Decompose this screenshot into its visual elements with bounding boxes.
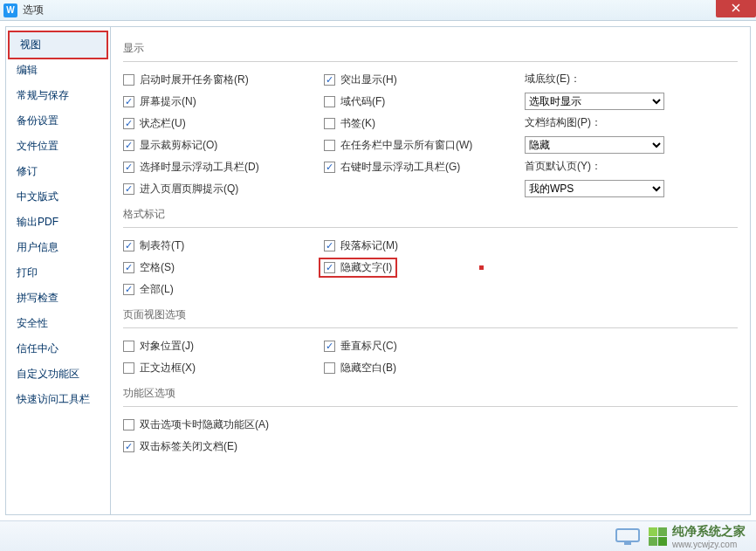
section-format-marks: 制表符(T) 段落标记(M) 空格(S) 隐藏文字(I) 全部(L) xyxy=(123,227,738,299)
checkbox-hidden-text[interactable] xyxy=(324,262,335,273)
checkbox-label: 屏幕提示(N) xyxy=(140,94,196,109)
checkbox-label: 双击选项卡时隐藏功能区(A) xyxy=(140,417,269,432)
close-icon xyxy=(732,3,740,12)
sidebar-item-quick-access[interactable]: 快速访问工具栏 xyxy=(6,387,110,412)
checkbox-label: 段落标记(M) xyxy=(340,238,398,253)
section-title-format-marks: 格式标记 xyxy=(123,207,738,224)
sidebar-item-label: 常规与保存 xyxy=(17,89,69,101)
checkbox-label: 制表符(T) xyxy=(140,238,184,253)
checkbox-label: 双击标签关闭文档(E) xyxy=(140,439,237,454)
checkbox-label: 右键时显示浮动工具栏(G) xyxy=(340,160,460,175)
checkbox-startup-taskpane[interactable] xyxy=(123,74,134,86)
field-label-homepage: 首页默认页(Y)： xyxy=(525,159,601,174)
checkbox-label: 突出显示(H) xyxy=(340,72,397,87)
sidebar-item-file-location[interactable]: 文件位置 xyxy=(6,134,110,159)
sidebar-item-label: 自定义功能区 xyxy=(17,368,79,380)
checkbox-screentip[interactable] xyxy=(123,96,134,107)
sidebar-item-output-pdf[interactable]: 输出PDF xyxy=(6,210,110,235)
checkbox-label: 垂直标尺(C) xyxy=(340,339,397,354)
checkbox-label: 书签(K) xyxy=(340,116,375,131)
checkbox-rightclick-minibar[interactable] xyxy=(324,162,335,173)
section-title-page-view: 页面视图选项 xyxy=(123,307,738,324)
checkbox-label: 启动时展开任务窗格(R) xyxy=(140,72,249,87)
sidebar-item-label: 编辑 xyxy=(17,64,38,76)
section-display: 启动时展开任务窗格(R) 突出显示(H) 域底纹(E)： 屏幕提示(N) 域代码… xyxy=(123,61,738,198)
select-field-shading[interactable]: 选取时显示 xyxy=(525,93,664,110)
checkbox-label: 选择时显示浮动工具栏(D) xyxy=(140,160,259,175)
checkbox-label: 隐藏文字(I) xyxy=(340,260,392,275)
checkbox-field-codes[interactable] xyxy=(324,96,335,107)
window-title: 选项 xyxy=(23,3,44,17)
titlebar: W 选项 xyxy=(0,0,756,21)
checkbox-dblclick-hide-ribbon[interactable] xyxy=(123,419,134,430)
section-page-view: 对象位置(J) 垂直标尺(C) 正文边框(X) 隐藏空白(B) xyxy=(123,327,738,377)
sidebar-item-label: 拼写检查 xyxy=(17,292,58,304)
checkbox-dblclick-close-doc[interactable] xyxy=(123,441,134,452)
sidebar-item-label: 打印 xyxy=(17,266,38,279)
close-button[interactable] xyxy=(716,0,756,17)
svg-rect-1 xyxy=(624,542,631,545)
sidebar-item-backup[interactable]: 备份设置 xyxy=(6,108,110,134)
sidebar-item-chinese-layout[interactable]: 中文版式 xyxy=(6,184,110,210)
checkbox-label: 显示裁剪标记(O) xyxy=(140,138,217,153)
checkbox-label: 域代码(F) xyxy=(340,94,385,109)
sidebar-item-label: 文件位置 xyxy=(17,140,58,152)
checkbox-tab[interactable] xyxy=(123,240,134,251)
footer-monitor-icon xyxy=(614,527,642,547)
sidebar-item-trust-center[interactable]: 信任中心 xyxy=(6,336,110,362)
sidebar-item-view[interactable]: 视图 xyxy=(8,31,108,59)
brand-name: 纯净系统之家 xyxy=(672,524,746,540)
highlight-hidden-text: 隐藏文字(I) xyxy=(319,258,397,278)
checkbox-taskbar-windows[interactable] xyxy=(324,140,335,151)
sidebar-item-label: 中文版式 xyxy=(17,190,58,203)
brand-logo-icon xyxy=(649,527,667,546)
sidebar-item-user-info[interactable]: 用户信息 xyxy=(6,235,110,260)
sidebar-item-label: 备份设置 xyxy=(17,114,58,127)
sidebar: 视图 编辑 常规与保存 备份设置 文件位置 修订 中文版式 输出PDF 用户信息… xyxy=(6,27,111,514)
checkbox-bookmarks[interactable] xyxy=(324,118,335,129)
sidebar-item-print[interactable]: 打印 xyxy=(6,260,110,286)
sidebar-item-label: 输出PDF xyxy=(17,216,58,228)
select-homepage[interactable]: 我的WPS xyxy=(525,180,664,197)
sidebar-item-label: 视图 xyxy=(20,38,41,51)
sidebar-item-label: 安全性 xyxy=(17,317,48,329)
sidebar-item-security[interactable]: 安全性 xyxy=(6,311,110,336)
annotation-dot xyxy=(479,265,484,270)
checkbox-text-border[interactable] xyxy=(123,362,134,374)
sidebar-item-label: 用户信息 xyxy=(17,241,58,253)
svg-rect-0 xyxy=(616,529,639,541)
sidebar-item-label: 信任中心 xyxy=(17,342,58,355)
sidebar-item-spellcheck[interactable]: 拼写检查 xyxy=(6,286,110,311)
sidebar-item-label: 修订 xyxy=(17,165,38,177)
checkbox-statusbar[interactable] xyxy=(123,118,134,129)
checkbox-object-pos[interactable] xyxy=(123,341,134,352)
app-icon: W xyxy=(3,3,17,17)
checkbox-label: 空格(S) xyxy=(140,260,175,275)
checkbox-paragraph[interactable] xyxy=(324,240,335,251)
section-title-ribbon: 功能区选项 xyxy=(123,386,738,403)
footer: 纯净系统之家 www.ycwjzy.com xyxy=(0,520,756,551)
checkbox-label: 正文边框(X) xyxy=(140,361,196,375)
select-docmap[interactable]: 隐藏 xyxy=(525,136,664,154)
sidebar-item-revision[interactable]: 修订 xyxy=(6,159,110,184)
sidebar-item-edit[interactable]: 编辑 xyxy=(6,58,110,83)
field-label-docmap: 文档结构图(P)： xyxy=(525,115,601,130)
checkbox-space[interactable] xyxy=(123,262,134,273)
checkbox-header-footer-tip[interactable] xyxy=(123,183,134,195)
dialog-body: 视图 编辑 常规与保存 备份设置 文件位置 修订 中文版式 输出PDF 用户信息… xyxy=(5,26,751,515)
sidebar-item-general-save[interactable]: 常规与保存 xyxy=(6,83,110,108)
checkbox-label: 状态栏(U) xyxy=(140,116,186,131)
checkbox-all[interactable] xyxy=(123,284,134,295)
checkbox-vertical-ruler[interactable] xyxy=(324,341,335,352)
section-ribbon: 双击选项卡时隐藏功能区(A) 双击标签关闭文档(E) xyxy=(123,406,738,456)
checkbox-highlight[interactable] xyxy=(324,74,335,86)
checkbox-label: 在任务栏中显示所有窗口(W) xyxy=(340,138,472,153)
content-panel: 显示 启动时展开任务窗格(R) 突出显示(H) 域底纹(E)： 屏幕提示(N) … xyxy=(111,27,750,514)
checkbox-label: 全部(L) xyxy=(140,282,174,297)
checkbox-label: 隐藏空白(B) xyxy=(340,361,396,375)
checkbox-cropmarks[interactable] xyxy=(123,140,134,151)
sidebar-item-customize-ribbon[interactable]: 自定义功能区 xyxy=(6,362,110,387)
brand: 纯净系统之家 www.ycwjzy.com xyxy=(649,524,746,549)
checkbox-select-minibar[interactable] xyxy=(123,162,134,173)
checkbox-hide-blank[interactable] xyxy=(324,362,335,374)
